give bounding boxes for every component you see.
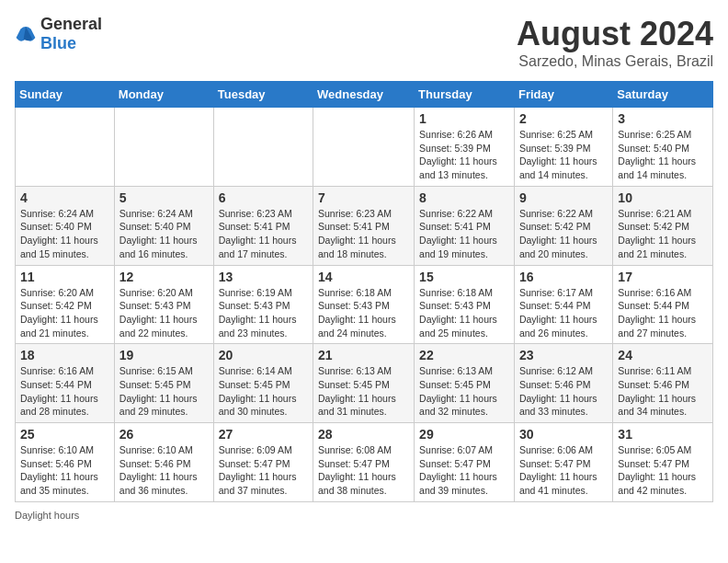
- day-cell-32: 29Sunrise: 6:07 AM Sunset: 5:47 PM Dayli…: [415, 423, 515, 502]
- day-number: 24: [618, 348, 708, 362]
- day-number: 8: [419, 190, 509, 205]
- day-cell-22: 19Sunrise: 6:15 AM Sunset: 5:45 PM Dayli…: [114, 344, 213, 423]
- day-number: 21: [318, 348, 409, 362]
- day-info: Sunrise: 6:18 AM Sunset: 5:43 PM Dayligh…: [318, 286, 409, 340]
- day-cell-16: 13Sunrise: 6:19 AM Sunset: 5:43 PM Dayli…: [213, 265, 313, 344]
- day-info: Sunrise: 6:16 AM Sunset: 5:44 PM Dayligh…: [20, 364, 109, 419]
- day-cell-14: 11Sunrise: 6:20 AM Sunset: 5:42 PM Dayli…: [16, 265, 115, 344]
- day-info: Sunrise: 6:23 AM Sunset: 5:41 PM Dayligh…: [219, 207, 308, 261]
- day-info: Sunrise: 6:25 AM Sunset: 5:40 PM Dayligh…: [618, 128, 708, 182]
- day-info: Sunrise: 6:10 AM Sunset: 5:46 PM Dayligh…: [119, 443, 209, 498]
- day-cell-2: [213, 108, 313, 187]
- day-info: Sunrise: 6:13 AM Sunset: 5:45 PM Dayligh…: [419, 364, 509, 419]
- logo-text: General Blue: [40, 15, 102, 53]
- day-cell-7: 4Sunrise: 6:24 AM Sunset: 5:40 PM Daylig…: [16, 186, 115, 265]
- day-number: 20: [219, 348, 308, 362]
- logo-general: General: [40, 15, 102, 33]
- day-info: Sunrise: 6:17 AM Sunset: 5:44 PM Dayligh…: [519, 286, 608, 340]
- day-number: 7: [318, 190, 409, 205]
- day-info: Sunrise: 6:09 AM Sunset: 5:47 PM Dayligh…: [219, 443, 308, 498]
- day-info: Sunrise: 6:23 AM Sunset: 5:41 PM Dayligh…: [318, 207, 409, 261]
- day-cell-0: [16, 108, 115, 187]
- week-row-5: 25Sunrise: 6:10 AM Sunset: 5:46 PM Dayli…: [16, 423, 713, 502]
- day-info: Sunrise: 6:18 AM Sunset: 5:43 PM Dayligh…: [419, 286, 509, 340]
- day-cell-10: 7Sunrise: 6:23 AM Sunset: 5:41 PM Daylig…: [313, 186, 415, 265]
- day-cell-26: 23Sunrise: 6:12 AM Sunset: 5:46 PM Dayli…: [514, 344, 612, 423]
- day-info: Sunrise: 6:26 AM Sunset: 5:39 PM Dayligh…: [419, 128, 509, 182]
- day-cell-6: 3Sunrise: 6:25 AM Sunset: 5:40 PM Daylig…: [613, 108, 713, 187]
- day-number: 3: [618, 111, 708, 126]
- day-header-friday: Friday: [514, 82, 612, 108]
- day-info: Sunrise: 6:24 AM Sunset: 5:40 PM Dayligh…: [119, 207, 209, 261]
- day-header-tuesday: Tuesday: [213, 82, 313, 108]
- day-cell-29: 26Sunrise: 6:10 AM Sunset: 5:46 PM Dayli…: [114, 423, 213, 502]
- day-cell-19: 16Sunrise: 6:17 AM Sunset: 5:44 PM Dayli…: [514, 265, 612, 344]
- day-number: 22: [419, 348, 509, 362]
- day-number: 29: [419, 427, 509, 442]
- logo-blue: Blue: [40, 34, 76, 52]
- day-cell-12: 9Sunrise: 6:22 AM Sunset: 5:42 PM Daylig…: [514, 186, 612, 265]
- day-number: 28: [318, 427, 409, 442]
- day-cell-3: [313, 108, 415, 187]
- logo: General Blue: [15, 15, 102, 53]
- day-number: 14: [318, 270, 409, 284]
- footer-note: Daylight hours: [15, 510, 713, 521]
- day-info: Sunrise: 6:15 AM Sunset: 5:45 PM Dayligh…: [119, 364, 209, 419]
- day-header-monday: Monday: [114, 82, 213, 108]
- day-number: 16: [519, 270, 608, 284]
- day-number: 15: [419, 270, 509, 284]
- day-number: 27: [219, 427, 308, 442]
- day-cell-8: 5Sunrise: 6:24 AM Sunset: 5:40 PM Daylig…: [114, 186, 213, 265]
- day-number: 12: [119, 270, 209, 284]
- day-info: Sunrise: 6:21 AM Sunset: 5:42 PM Dayligh…: [618, 207, 708, 261]
- day-header-sunday: Sunday: [16, 82, 115, 108]
- day-cell-1: [114, 108, 213, 187]
- month-title: August 2024: [517, 15, 713, 53]
- day-number: 17: [618, 270, 708, 284]
- day-number: 5: [119, 190, 209, 205]
- day-info: Sunrise: 6:20 AM Sunset: 5:42 PM Dayligh…: [20, 286, 109, 340]
- days-header-row: SundayMondayTuesdayWednesdayThursdayFrid…: [16, 82, 713, 108]
- day-header-thursday: Thursday: [415, 82, 515, 108]
- day-cell-34: 31Sunrise: 6:05 AM Sunset: 5:47 PM Dayli…: [613, 423, 713, 502]
- day-cell-31: 28Sunrise: 6:08 AM Sunset: 5:47 PM Dayli…: [313, 423, 415, 502]
- day-header-saturday: Saturday: [613, 82, 713, 108]
- day-cell-28: 25Sunrise: 6:10 AM Sunset: 5:46 PM Dayli…: [16, 423, 115, 502]
- day-cell-9: 6Sunrise: 6:23 AM Sunset: 5:41 PM Daylig…: [213, 186, 313, 265]
- week-row-2: 4Sunrise: 6:24 AM Sunset: 5:40 PM Daylig…: [16, 186, 713, 265]
- day-cell-27: 24Sunrise: 6:11 AM Sunset: 5:46 PM Dayli…: [613, 344, 713, 423]
- day-cell-4: 1Sunrise: 6:26 AM Sunset: 5:39 PM Daylig…: [415, 108, 515, 187]
- day-number: 1: [419, 111, 509, 126]
- day-number: 19: [119, 348, 209, 362]
- day-number: 23: [519, 348, 608, 362]
- header: General Blue August 2024 Sarzedo, Minas …: [15, 15, 713, 70]
- day-info: Sunrise: 6:08 AM Sunset: 5:47 PM Dayligh…: [318, 443, 409, 498]
- day-info: Sunrise: 6:06 AM Sunset: 5:47 PM Dayligh…: [519, 443, 608, 498]
- day-cell-11: 8Sunrise: 6:22 AM Sunset: 5:41 PM Daylig…: [415, 186, 515, 265]
- day-cell-23: 20Sunrise: 6:14 AM Sunset: 5:45 PM Dayli…: [213, 344, 313, 423]
- day-number: 31: [618, 427, 708, 442]
- day-info: Sunrise: 6:07 AM Sunset: 5:47 PM Dayligh…: [419, 443, 509, 498]
- day-number: 2: [519, 111, 608, 126]
- day-number: 9: [519, 190, 608, 205]
- day-info: Sunrise: 6:12 AM Sunset: 5:46 PM Dayligh…: [519, 364, 608, 419]
- day-info: Sunrise: 6:25 AM Sunset: 5:39 PM Dayligh…: [519, 128, 608, 182]
- title-area: August 2024 Sarzedo, Minas Gerais, Brazi…: [517, 15, 713, 70]
- day-info: Sunrise: 6:14 AM Sunset: 5:45 PM Dayligh…: [219, 364, 308, 419]
- day-cell-21: 18Sunrise: 6:16 AM Sunset: 5:44 PM Dayli…: [16, 344, 115, 423]
- day-info: Sunrise: 6:11 AM Sunset: 5:46 PM Dayligh…: [618, 364, 708, 419]
- day-info: Sunrise: 6:05 AM Sunset: 5:47 PM Dayligh…: [618, 443, 708, 498]
- day-info: Sunrise: 6:20 AM Sunset: 5:43 PM Dayligh…: [119, 286, 209, 340]
- day-cell-13: 10Sunrise: 6:21 AM Sunset: 5:42 PM Dayli…: [613, 186, 713, 265]
- day-header-wednesday: Wednesday: [313, 82, 415, 108]
- week-row-1: 1Sunrise: 6:26 AM Sunset: 5:39 PM Daylig…: [16, 108, 713, 187]
- day-cell-17: 14Sunrise: 6:18 AM Sunset: 5:43 PM Dayli…: [313, 265, 415, 344]
- day-number: 11: [20, 270, 109, 284]
- location-title: Sarzedo, Minas Gerais, Brazil: [517, 53, 713, 70]
- calendar-table: SundayMondayTuesdayWednesdayThursdayFrid…: [15, 81, 713, 502]
- day-number: 13: [219, 270, 308, 284]
- day-info: Sunrise: 6:22 AM Sunset: 5:42 PM Dayligh…: [519, 207, 608, 261]
- day-cell-30: 27Sunrise: 6:09 AM Sunset: 5:47 PM Dayli…: [213, 423, 313, 502]
- day-cell-25: 22Sunrise: 6:13 AM Sunset: 5:45 PM Dayli…: [415, 344, 515, 423]
- day-info: Sunrise: 6:13 AM Sunset: 5:45 PM Dayligh…: [318, 364, 409, 419]
